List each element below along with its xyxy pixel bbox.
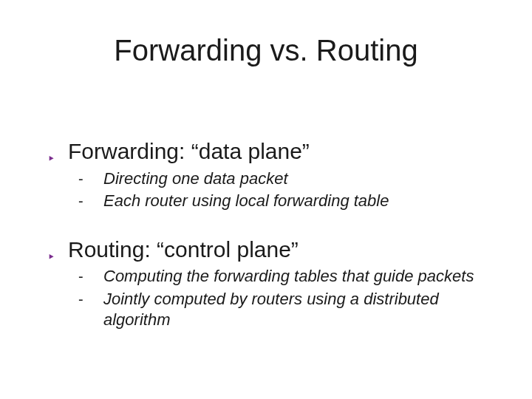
spacer xyxy=(47,214,510,236)
bullet-marker-icon: ‣ xyxy=(47,250,68,264)
sub-bullet-text: Computing the forwarding tables that gui… xyxy=(103,266,474,287)
sub-bullet-item: - Jointly computed by routers using a di… xyxy=(78,289,510,331)
sub-bullet-item: - Directing one data packet xyxy=(78,168,510,190)
dash-marker-icon: - xyxy=(78,290,103,308)
sub-bullet-text: Each router using local forwarding table xyxy=(103,191,389,212)
bullet-text: Forwarding: “data plane” xyxy=(68,137,310,166)
sub-bullet-text: Jointly computed by routers using a dist… xyxy=(103,289,510,331)
dash-marker-icon: - xyxy=(78,170,103,188)
slide-title: Forwarding vs. Routing xyxy=(0,34,532,67)
dash-marker-icon: - xyxy=(78,192,103,210)
bullet-marker-icon: ‣ xyxy=(47,152,68,166)
dash-marker-icon: - xyxy=(78,267,103,285)
sub-bullet-item: - Each router using local forwarding tab… xyxy=(78,191,510,212)
slide: Forwarding vs. Routing ‣ Forwarding: “da… xyxy=(0,0,532,399)
bullet-text: Routing: “control plane” xyxy=(68,236,299,264)
sub-bullet-text: Directing one data packet xyxy=(103,168,288,190)
sub-bullet-item: - Computing the forwarding tables that g… xyxy=(78,266,510,287)
bullet-item: ‣ Forwarding: “data plane” xyxy=(47,137,510,166)
slide-body: ‣ Forwarding: “data plane” - Directing o… xyxy=(47,137,510,332)
bullet-item: ‣ Routing: “control plane” xyxy=(47,236,510,264)
